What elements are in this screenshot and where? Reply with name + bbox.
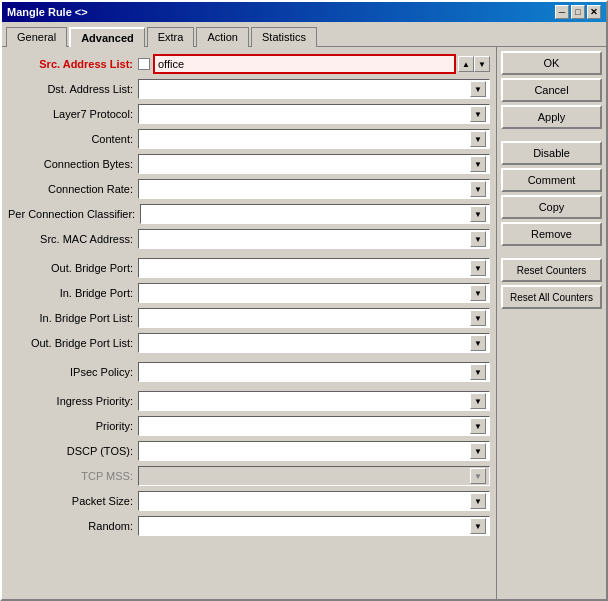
in-bridge-port-list-label: In. Bridge Port List: [8, 312, 138, 324]
layer7-protocol-dropdown[interactable]: ▼ [138, 104, 490, 124]
reset-counters-button[interactable]: Reset Counters [501, 258, 602, 282]
in-bridge-port-row: In. Bridge Port: ▼ [8, 282, 490, 304]
comment-button[interactable]: Comment [501, 168, 602, 192]
ingress-priority-arrow[interactable]: ▼ [470, 393, 486, 409]
cancel-button[interactable]: Cancel [501, 78, 602, 102]
in-bridge-port-arrow[interactable]: ▼ [470, 285, 486, 301]
packet-size-dropdown[interactable]: ▼ [138, 491, 490, 511]
connection-bytes-dropdown[interactable]: ▼ [138, 154, 490, 174]
layer7-protocol-arrow[interactable]: ▼ [470, 106, 486, 122]
src-mac-address-label: Src. MAC Address: [8, 233, 138, 245]
tab-advanced[interactable]: Advanced [69, 27, 145, 47]
layer7-protocol-row: Layer7 Protocol: ▼ [8, 103, 490, 125]
in-bridge-port-dropdown[interactable]: ▼ [138, 283, 490, 303]
src-mac-address-arrow[interactable]: ▼ [470, 231, 486, 247]
in-bridge-port-list-row: In. Bridge Port List: ▼ [8, 307, 490, 329]
src-address-list-row: Src. Address List: ▲ ▼ [8, 53, 490, 75]
src-address-list-checkbox[interactable] [138, 58, 150, 70]
ingress-priority-label: Ingress Priority: [8, 395, 138, 407]
side-panel: OK Cancel Apply Disable Comment Copy Rem… [496, 47, 606, 599]
remove-button[interactable]: Remove [501, 222, 602, 246]
out-bridge-port-list-label: Out. Bridge Port List: [8, 337, 138, 349]
tab-extra[interactable]: Extra [147, 27, 195, 47]
close-button[interactable]: ✕ [587, 5, 601, 19]
title-bar: Mangle Rule <> ─ □ ✕ [2, 2, 606, 22]
tab-general[interactable]: General [6, 27, 67, 47]
connection-rate-arrow[interactable]: ▼ [470, 181, 486, 197]
ipsec-policy-label: IPsec Policy: [8, 366, 138, 378]
connection-bytes-label: Connection Bytes: [8, 158, 138, 170]
ipsec-policy-row: IPsec Policy: ▼ [8, 361, 490, 383]
connection-rate-row: Connection Rate: ▼ [8, 178, 490, 200]
tcp-mss-label: TCP MSS: [8, 470, 138, 482]
src-addr-input-container: ▲ ▼ [138, 54, 490, 74]
out-bridge-port-list-dropdown[interactable]: ▼ [138, 333, 490, 353]
reset-all-counters-button[interactable]: Reset All Counters [501, 285, 602, 309]
per-connection-classifier-arrow[interactable]: ▼ [470, 206, 486, 222]
layer7-protocol-label: Layer7 Protocol: [8, 108, 138, 120]
tcp-mss-row: TCP MSS: ▼ [8, 465, 490, 487]
disable-button[interactable]: Disable [501, 141, 602, 165]
content-row: Content: ▼ [8, 128, 490, 150]
random-dropdown[interactable]: ▼ [138, 516, 490, 536]
content-dropdown[interactable]: ▼ [138, 129, 490, 149]
dscp-tos-row: DSCP (TOS): ▼ [8, 440, 490, 462]
ingress-priority-row: Ingress Priority: ▼ [8, 390, 490, 412]
in-bridge-port-list-dropdown[interactable]: ▼ [138, 308, 490, 328]
dscp-tos-dropdown[interactable]: ▼ [138, 441, 490, 461]
dst-address-list-label: Dst. Address List: [8, 83, 138, 95]
out-bridge-port-arrow[interactable]: ▼ [470, 260, 486, 276]
title-bar-buttons: ─ □ ✕ [555, 5, 601, 19]
per-connection-classifier-row: Per Connection Classifier: ▼ [8, 203, 490, 225]
in-bridge-port-list-arrow[interactable]: ▼ [470, 310, 486, 326]
connection-bytes-row: Connection Bytes: ▼ [8, 153, 490, 175]
packet-size-arrow[interactable]: ▼ [470, 493, 486, 509]
ipsec-policy-arrow[interactable]: ▼ [470, 364, 486, 380]
src-address-list-scroll-down[interactable]: ▼ [474, 56, 490, 72]
packet-size-row: Packet Size: ▼ [8, 490, 490, 512]
src-address-list-input[interactable] [153, 54, 456, 74]
ipsec-policy-dropdown[interactable]: ▼ [138, 362, 490, 382]
src-address-list-scroll-up[interactable]: ▲ [458, 56, 474, 72]
priority-arrow[interactable]: ▼ [470, 418, 486, 434]
content-label: Content: [8, 133, 138, 145]
dst-address-list-row: Dst. Address List: ▼ [8, 78, 490, 100]
connection-rate-dropdown[interactable]: ▼ [138, 179, 490, 199]
ingress-priority-dropdown[interactable]: ▼ [138, 391, 490, 411]
tcp-mss-dropdown[interactable]: ▼ [138, 466, 490, 486]
random-row: Random: ▼ [8, 515, 490, 537]
minimize-button[interactable]: ─ [555, 5, 569, 19]
out-bridge-port-list-arrow[interactable]: ▼ [470, 335, 486, 351]
content-arrow[interactable]: ▼ [470, 131, 486, 147]
dscp-tos-label: DSCP (TOS): [8, 445, 138, 457]
maximize-button[interactable]: □ [571, 5, 585, 19]
apply-button[interactable]: Apply [501, 105, 602, 129]
dscp-tos-arrow[interactable]: ▼ [470, 443, 486, 459]
tab-action[interactable]: Action [196, 27, 249, 47]
in-bridge-port-label: In. Bridge Port: [8, 287, 138, 299]
dst-address-list-dropdown[interactable]: ▼ [138, 79, 490, 99]
src-mac-address-row: Src. MAC Address: ▼ [8, 228, 490, 250]
connection-rate-label: Connection Rate: [8, 183, 138, 195]
src-mac-address-dropdown[interactable]: ▼ [138, 229, 490, 249]
random-label: Random: [8, 520, 138, 532]
main-panel: Src. Address List: ▲ ▼ Dst. Address List… [2, 47, 496, 599]
tab-statistics[interactable]: Statistics [251, 27, 317, 47]
random-arrow[interactable]: ▼ [470, 518, 486, 534]
connection-bytes-arrow[interactable]: ▼ [470, 156, 486, 172]
tcp-mss-arrow[interactable]: ▼ [470, 468, 486, 484]
packet-size-label: Packet Size: [8, 495, 138, 507]
tab-bar: General Advanced Extra Action Statistics [2, 22, 606, 47]
dst-address-list-arrow[interactable]: ▼ [470, 81, 486, 97]
per-connection-classifier-dropdown[interactable]: ▼ [140, 204, 490, 224]
out-bridge-port-dropdown[interactable]: ▼ [138, 258, 490, 278]
out-bridge-port-label: Out. Bridge Port: [8, 262, 138, 274]
out-bridge-port-row: Out. Bridge Port: ▼ [8, 257, 490, 279]
window-title: Mangle Rule <> [7, 6, 88, 18]
priority-dropdown[interactable]: ▼ [138, 416, 490, 436]
content-area: Src. Address List: ▲ ▼ Dst. Address List… [2, 47, 606, 599]
ok-button[interactable]: OK [501, 51, 602, 75]
out-bridge-port-list-row: Out. Bridge Port List: ▼ [8, 332, 490, 354]
priority-label: Priority: [8, 420, 138, 432]
copy-button[interactable]: Copy [501, 195, 602, 219]
